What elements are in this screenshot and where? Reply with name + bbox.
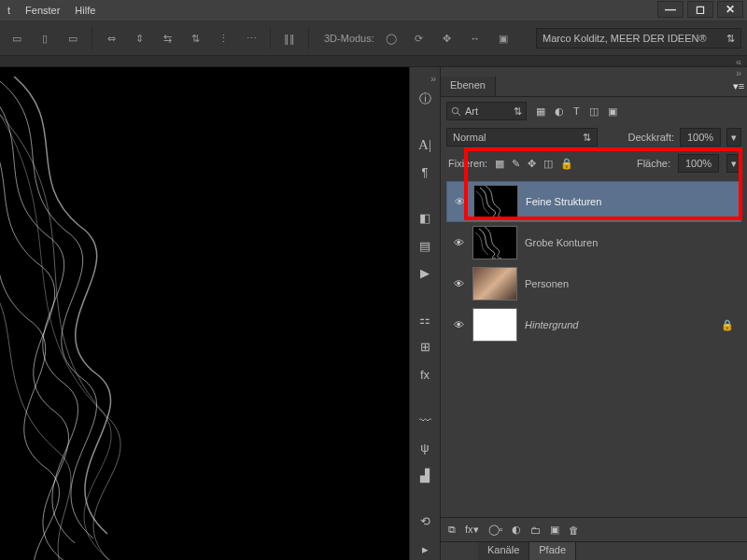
layer-row[interactable]: 👁Hintergrund🔒 (446, 304, 741, 345)
svg-point-0 (452, 107, 458, 113)
actions-icon[interactable]: ▸ (414, 539, 436, 561)
fill-value[interactable]: 100% (678, 154, 719, 173)
new-layer-icon[interactable]: ▣ (550, 524, 559, 536)
distribute-v-icon[interactable]: ⇕ (128, 27, 150, 49)
workspace-preset[interactable]: Marco Kolditz, MEER DER IDEEN® ⇅ (536, 28, 741, 49)
filter-adjustment-icon[interactable]: ◐ (555, 105, 564, 118)
filter-shape-icon[interactable]: ◫ (589, 105, 599, 118)
layer-name[interactable]: Feine Strukturen (526, 196, 735, 207)
window-controls: — ◻ ✕ (657, 1, 743, 18)
filter-pixel-icon[interactable]: ▦ (536, 105, 545, 118)
auto-align-icon[interactable]: ‖‖ (278, 27, 301, 49)
new-adjustment-icon[interactable]: ◐ (512, 524, 521, 536)
filter-type-icon[interactable]: T (573, 105, 580, 118)
adjustments-icon[interactable]: fx (414, 363, 436, 385)
workspace-preset-label: Marco Kolditz, MEER DER IDEEN® (543, 33, 707, 44)
panel-menu-icon[interactable]: ▾≡ (730, 77, 747, 96)
minimize-button[interactable]: — (657, 1, 684, 18)
usb-icon[interactable]: ψ (414, 437, 436, 459)
brushes-icon[interactable]: 〰 (414, 410, 436, 432)
document-canvas[interactable] (0, 67, 409, 560)
collapse-icon[interactable]: » (410, 73, 440, 82)
align-center-icon[interactable]: ▯ (34, 27, 56, 49)
chevron-updown-icon: ⇅ (514, 105, 522, 118)
distribute-h-icon[interactable]: ⇔ (100, 27, 122, 49)
orbit-icon[interactable]: ◯ (380, 27, 402, 49)
layer-row[interactable]: 👁Feine Strukturen (446, 181, 741, 222)
menu-item-hilfe[interactable]: Hilfe (75, 5, 95, 16)
lock-move-icon[interactable]: ✥ (528, 158, 536, 170)
layer-thumbnail[interactable] (472, 308, 517, 342)
character-icon[interactable]: A| (414, 133, 436, 156)
layer-mask-icon[interactable]: ◯▫ (488, 524, 503, 536)
info-icon[interactable]: ⓘ (414, 88, 436, 110)
new-group-icon[interactable]: 🗀 (530, 525, 541, 536)
fill-label: Fläche: (637, 158, 670, 169)
layer-name[interactable]: Grobe Konturen (525, 237, 736, 248)
layer-thumbnail[interactable] (473, 185, 518, 218)
collapsed-panels-strip: » ⓘ A| ¶ ◧ ▤ ▶ ⚏ ⊞ fx 〰 ψ ▟ ⟲ ▸ (409, 67, 441, 560)
slide-icon[interactable]: ↔ (464, 27, 486, 49)
align-left-icon[interactable]: ▭ (6, 27, 28, 49)
layer-row[interactable]: 👁Grobe Konturen (446, 222, 741, 263)
layer-name[interactable]: Personen (525, 278, 736, 289)
tab-kanaele[interactable]: Kanäle (478, 542, 529, 560)
layer-thumbnail[interactable] (472, 267, 517, 301)
history-icon[interactable]: ⟲ (414, 511, 436, 533)
svg-line-1 (458, 113, 460, 116)
layer-list: 👁Feine Strukturen👁Grobe Konturen👁Persone… (441, 177, 747, 517)
filter-smart-icon[interactable]: ▣ (608, 105, 617, 118)
styles-icon[interactable]: ⊞ (414, 336, 436, 358)
visibility-icon[interactable]: 👁 (452, 278, 465, 289)
close-button[interactable]: ✕ (717, 1, 743, 18)
blend-mode-select[interactable]: Normal ⇅ (446, 128, 598, 147)
align-right-icon[interactable]: ▭ (62, 27, 84, 49)
chevron-updown-icon: ⇅ (726, 33, 735, 45)
search-icon (451, 106, 461, 117)
distribute-icon-3[interactable]: ⋮ (212, 27, 234, 49)
swatches-icon[interactable]: ⚏ (414, 308, 436, 330)
visibility-icon[interactable]: 👁 (452, 319, 465, 330)
layer-fx-icon[interactable]: fx▾ (465, 524, 479, 536)
clone-icon[interactable]: ◧ (414, 207, 436, 230)
lock-all-icon[interactable]: 🔒 (560, 158, 573, 170)
chevron-updown-icon: ⇅ (583, 132, 591, 144)
layers-footer: ⧉ fx▾ ◯▫ ◐ 🗀 ▣ 🗑 (441, 517, 747, 541)
mode3d-label: 3D-Modus: (324, 33, 374, 44)
play-icon[interactable]: ▶ (414, 262, 436, 285)
distribute-icon[interactable]: ⇆ (156, 27, 178, 49)
pan-icon[interactable]: ✥ (436, 27, 458, 49)
fill-dropdown[interactable]: ▾ (726, 154, 741, 173)
lock-paint-icon[interactable]: ✎ (512, 158, 520, 170)
distribute-icon-4[interactable]: ⋯ (240, 27, 262, 49)
layer-search[interactable]: Art ⇅ (446, 102, 527, 120)
panel-collapse-icon[interactable]: » (441, 67, 747, 77)
panel-collapse-strip[interactable] (0, 56, 747, 67)
layer-name[interactable]: Hintergrund (525, 319, 713, 330)
visibility-icon[interactable]: 👁 (452, 237, 465, 248)
menu-item-fenster[interactable]: Fenster (25, 5, 60, 16)
roll-icon[interactable]: ⟳ (408, 27, 430, 49)
distribute-icon-2[interactable]: ⇅ (184, 27, 206, 49)
layers-panel: » Ebenen ▾≡ Art ⇅ ▦ ◐ T ◫ ▣ Normal ⇅ (441, 67, 747, 560)
link-layers-icon[interactable]: ⧉ (448, 524, 456, 536)
layer-row[interactable]: 👁Personen (446, 263, 741, 304)
menu-item-t[interactable]: t (7, 5, 10, 16)
delete-layer-icon[interactable]: 🗑 (569, 525, 579, 536)
histogram-icon[interactable]: ▟ (414, 465, 436, 487)
opacity-value[interactable]: 100% (680, 128, 721, 147)
layer-search-value: Art (465, 105, 478, 117)
tab-ebenen[interactable]: Ebenen (441, 77, 496, 96)
blend-mode-value: Normal (453, 132, 486, 143)
navigator-icon[interactable]: ▤ (414, 235, 436, 258)
visibility-icon[interactable]: 👁 (453, 196, 466, 207)
lock-artboard-icon[interactable]: ◫ (543, 158, 553, 170)
paragraph-icon[interactable]: ¶ (414, 161, 436, 184)
camera-icon[interactable]: ▣ (492, 27, 514, 49)
opacity-dropdown[interactable]: ▾ (726, 128, 741, 147)
lock-icon: 🔒 (721, 319, 736, 331)
layer-thumbnail[interactable] (472, 226, 517, 259)
tab-pfade[interactable]: Pfade (529, 542, 576, 560)
lock-transparent-icon[interactable]: ▩ (495, 158, 504, 170)
maximize-button[interactable]: ◻ (687, 1, 713, 18)
